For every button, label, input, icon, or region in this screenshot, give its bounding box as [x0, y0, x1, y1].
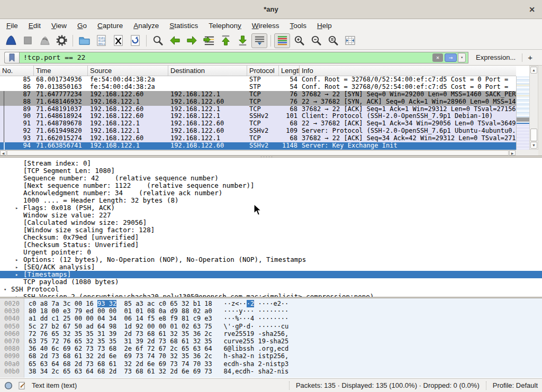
hex-row[interactable]: 00a065 63 64 68 2d 73 68 61 32 2d 6e 69 …: [0, 360, 542, 368]
start-capture-button[interactable]: [3, 33, 19, 48]
column-header-src[interactable]: Source: [88, 66, 168, 76]
horizontal-scroll-thumb[interactable]: [7, 150, 509, 156]
packet-row-93[interactable]: 9371.662015274192.168.122.60192.168.122.…: [0, 135, 516, 142]
expression-button[interactable]: Expression...: [468, 53, 522, 61]
menu-go[interactable]: Go: [72, 20, 92, 31]
zoom-out-button[interactable]: [308, 33, 324, 48]
column-header-no[interactable]: No.: [0, 66, 34, 76]
hex-row[interactable]: 003080 18 00 e3 79 ed 00 00 01 01 08 0a …: [0, 307, 542, 315]
menu-wireless[interactable]: Wireless: [247, 20, 285, 31]
vertical-scrollbar[interactable]: ▲ ▼: [529, 66, 538, 150]
scroll-down-icon[interactable]: ▼: [530, 142, 537, 149]
packet-row-87[interactable]: 8771.647777234192.168.122.60192.168.122.…: [0, 91, 516, 98]
hex-row[interactable]: 009068 2d 73 68 61 32 2d 6e 69 73 74 70 …: [0, 352, 542, 360]
detail-line[interactable]: Acknowledgment number: 34 (relative ack …: [0, 189, 542, 197]
hex-row[interactable]: 0020c0 a8 7a 3c 00 16 93 32 85 a3 ac c0 …: [0, 300, 542, 307]
packet-row-88[interactable]: 8871.648146932192.168.122.1192.168.122.6…: [0, 98, 516, 106]
detail-line[interactable]: [Calculated window size: 29056]: [0, 219, 542, 226]
go-to-packet-button[interactable]: [201, 33, 216, 48]
column-header-proto[interactable]: Protocol: [247, 66, 279, 76]
detail-line[interactable]: [Checksum Status: Unverified]: [0, 241, 542, 249]
filter-apply-icon[interactable]: →: [445, 53, 457, 62]
close-icon[interactable]: ✕: [527, 5, 537, 14]
detail-line[interactable]: Window size value: 227: [0, 212, 542, 219]
restart-capture-button[interactable]: [37, 33, 52, 48]
packet-minimap[interactable]: [516, 76, 529, 150]
go-back-button[interactable]: [167, 33, 183, 48]
filter-clear-icon[interactable]: ✕: [432, 53, 443, 62]
detail-line[interactable]: ▸[Timestamps]: [0, 271, 542, 278]
detail-line[interactable]: TCP payload (1080 bytes): [0, 278, 542, 286]
profile-label[interactable]: Profile: Default: [493, 381, 538, 389]
expander-right-icon[interactable]: ▸: [15, 204, 18, 212]
menu-help[interactable]: Help: [312, 20, 337, 31]
expander-right-icon[interactable]: ▸: [15, 263, 18, 271]
colorize-packets-button[interactable]: [274, 33, 290, 48]
vertical-scroll-thumb[interactable]: [530, 129, 537, 141]
detail-line[interactable]: [Window size scaling factor: 128]: [0, 226, 542, 234]
detail-line[interactable]: [Stream index: 0]: [0, 160, 542, 167]
menu-edit[interactable]: Edit: [23, 20, 46, 31]
hex-row[interactable]: 007063 75 72 76 65 32 35 35 31 39 2d 73 …: [0, 338, 542, 345]
detail-line[interactable]: Checksum: 0x79ed [unverified]: [0, 234, 542, 241]
expander-right-icon[interactable]: ▸: [15, 256, 18, 263]
filter-dropdown-icon[interactable]: ▾: [458, 53, 466, 62]
go-forward-button[interactable]: [184, 33, 200, 48]
auto-scroll-button[interactable]: [251, 33, 267, 48]
detail-line[interactable]: ▸Flags: 0x018 (PSH, ACK): [0, 204, 542, 212]
capture-options-button[interactable]: [53, 33, 69, 48]
titlebar[interactable]: *any ✕: [0, 0, 542, 19]
filter-bookmark-button[interactable]: [4, 52, 19, 63]
menu-analyze[interactable]: Analyze: [128, 20, 164, 31]
capture-comment-icon[interactable]: [18, 381, 26, 390]
column-header-len[interactable]: Length: [279, 66, 300, 76]
detail-line[interactable]: ▾SSH Protocol: [0, 286, 542, 293]
detail-line[interactable]: Urgent pointer: 0: [0, 249, 542, 256]
menu-statistics[interactable]: Statistics: [164, 20, 203, 31]
detail-line[interactable]: ▸Options: (12 bytes), No-Operation (NOP)…: [0, 256, 542, 263]
expert-info-icon[interactable]: [4, 381, 13, 390]
reload-file-button[interactable]: [127, 33, 143, 48]
horizontal-scrollbar[interactable]: ◀ ▶: [0, 150, 516, 156]
menu-capture[interactable]: Capture: [92, 20, 128, 31]
go-to-top-button[interactable]: [218, 33, 233, 48]
packet-row-92[interactable]: 9271.661949820192.168.122.1192.168.122.6…: [0, 127, 516, 135]
packet-row-85[interactable]: 8568.001734936fe:54:00:d4:38:2aSTP54Conf…: [0, 76, 516, 84]
packet-row-90[interactable]: 9071.648618924192.168.122.60192.168.122.…: [0, 113, 516, 120]
detail-line[interactable]: 1000 .... = Header Length: 32 bytes (8): [0, 197, 542, 204]
hex-row[interactable]: 00505c 27 b2 67 50 ad 64 98 1d 92 00 00 …: [0, 323, 542, 330]
packet-row-86[interactable]: 8670.013850163fe:54:00:d4:38:2aSTP54Conf…: [0, 84, 516, 91]
column-header-dst[interactable]: Destination: [168, 66, 247, 76]
hex-row[interactable]: 0040a1 dd c1 25 00 00 04 34 06 14 f5 e8 …: [0, 315, 542, 322]
hex-row[interactable]: 00b038 34 2c 65 63 64 68 2d 73 68 61 32 …: [0, 368, 542, 375]
packet-row-89[interactable]: 8971.648191037192.168.122.60192.168.122.…: [0, 106, 516, 113]
scroll-left-icon[interactable]: ◀: [0, 150, 6, 156]
menu-view[interactable]: View: [46, 20, 72, 31]
scroll-up-icon[interactable]: ▲: [530, 67, 537, 74]
zoom-reset-button[interactable]: [325, 33, 341, 48]
packet-row-94[interactable]: 9471.663856741192.168.122.1192.168.122.6…: [0, 142, 516, 150]
detail-line[interactable]: [Next sequence number: 1122 (relative se…: [0, 182, 542, 189]
close-file-button[interactable]: [110, 33, 126, 48]
menu-tools[interactable]: Tools: [285, 20, 312, 31]
resize-columns-button[interactable]: [342, 33, 358, 48]
menu-telephony[interactable]: Telephony: [203, 20, 247, 31]
packet-row-91[interactable]: 9171.648789678192.168.122.1192.168.122.6…: [0, 120, 516, 127]
open-file-button[interactable]: [76, 33, 92, 48]
scroll-right-icon[interactable]: ▶: [509, 150, 516, 156]
add-filter-button[interactable]: +: [522, 53, 538, 62]
save-file-button[interactable]: 010101100011: [93, 33, 109, 48]
detail-line[interactable]: ▸[SEQ/ACK analysis]: [0, 263, 542, 271]
stop-capture-button[interactable]: [20, 33, 35, 48]
menu-file[interactable]: File: [1, 20, 23, 31]
expander-right-icon[interactable]: ▸: [15, 271, 18, 278]
detail-line[interactable]: [TCP Segment Len: 1080]: [0, 167, 542, 175]
display-filter-input[interactable]: !tcp.port == 22 ✕ → ▾: [19, 52, 468, 63]
zoom-in-button[interactable]: [291, 33, 307, 48]
find-packet-button[interactable]: [150, 33, 166, 48]
expander-down-icon[interactable]: ▾: [4, 286, 6, 293]
hex-row[interactable]: 006072 76 65 32 35 35 31 39 2d 73 68 61 …: [0, 330, 542, 338]
hex-row[interactable]: 008036 40 6c 69 62 73 73 68 2e 6f 72 67 …: [0, 345, 542, 352]
detail-line[interactable]: Sequence number: 42 (relative sequence n…: [0, 175, 542, 182]
go-to-bottom-button[interactable]: [234, 33, 250, 48]
